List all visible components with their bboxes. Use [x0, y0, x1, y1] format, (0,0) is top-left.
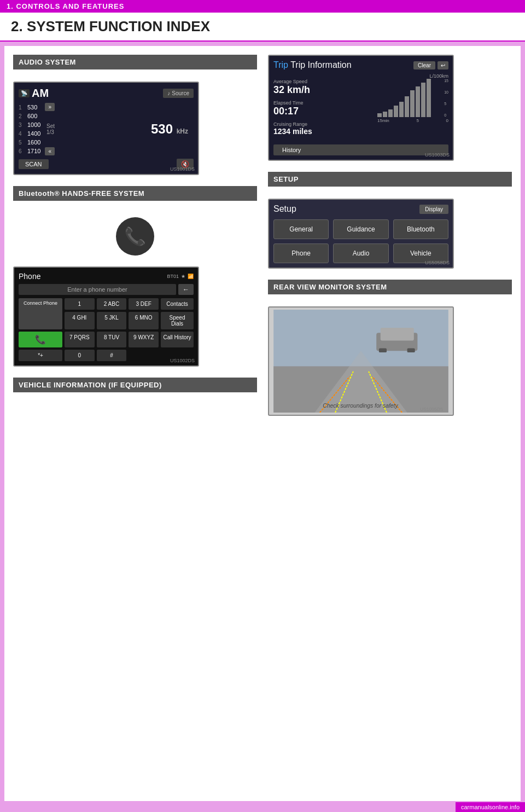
trip-elapsed-time: Elapsed Time 00:17: [273, 100, 373, 117]
cruising-range-label: Cruising Range: [273, 121, 373, 127]
keypad-grid: Connect Phone 1 2 ABC 3 DEF Contacts 4 G…: [19, 298, 194, 361]
chart-x-labels: 15min 5 0: [377, 118, 448, 123]
top-bar: 1. CONTROLS AND FEATURES: [0, 0, 525, 13]
bar-8: [416, 86, 420, 117]
elapsed-time-value: 00:17: [273, 106, 373, 117]
audio-button[interactable]: Audio: [333, 243, 388, 263]
phone-icon-circle: 📞: [116, 217, 154, 256]
connect-phone-button[interactable]: Connect Phone: [19, 298, 62, 329]
audio-screen-top: 📡 AM ♪ Source: [19, 87, 194, 100]
svg-rect-6: [407, 349, 415, 353]
trip-left: Average Speed 32 km/h Elapsed Time 00:17…: [273, 79, 373, 140]
key-1[interactable]: 1: [65, 298, 95, 310]
trip-chart-area: 15 10 5 0: [377, 79, 448, 140]
trip-clear-button[interactable]: Clear: [413, 61, 435, 69]
phone-screen-header: Phone BT01 ★ 📶: [19, 272, 194, 281]
chart-y-labels: 15 10 5 0: [444, 79, 448, 117]
preset-item-6[interactable]: 6 1710: [19, 147, 40, 155]
setup-display-button[interactable]: Display: [419, 205, 448, 214]
page-title: 2. SYSTEM FUNCTION INDEX: [0, 13, 525, 42]
key-star[interactable]: *+: [19, 350, 62, 361]
bluetooth-header: Bluetooth® HANDS-FREE SYSTEM: [13, 186, 257, 201]
audio-bottom-controls: SCAN 🔇: [19, 159, 194, 170]
rear-view-section: REAR VIEW MONITOR SYSTEM: [268, 280, 512, 416]
preset-item-5[interactable]: 5 1600: [19, 138, 40, 147]
preset-item-2[interactable]: 2 600: [19, 112, 40, 120]
svg-rect-5: [379, 349, 387, 353]
preset-item-4[interactable]: 4 1400: [19, 129, 40, 138]
audio-main-row: 1 530 2 600 3 1000: [19, 103, 194, 155]
audio-screen-id: US1001DS: [170, 166, 195, 172]
phone-button[interactable]: Phone: [273, 243, 329, 263]
phone-title: Phone: [19, 272, 40, 281]
preset-item-3[interactable]: 3 1000: [19, 120, 40, 129]
frequency-unit: kHz: [177, 127, 188, 135]
key-5[interactable]: 5 JKL: [97, 312, 127, 329]
setup-title: Setup: [273, 204, 296, 214]
set-page: 1/3: [46, 129, 55, 135]
trip-buttons: Clear ↩: [413, 61, 448, 69]
bar-4: [394, 106, 398, 117]
vehicle-info-section: VEHICLE INFORMATION (IF EQUIPPED): [13, 378, 257, 431]
phone-backspace-button[interactable]: ←: [178, 284, 194, 295]
preset-item-1[interactable]: 1 530: [19, 103, 40, 112]
bar-5: [399, 102, 404, 117]
avg-speed-value: 32 km/h: [273, 84, 373, 96]
guidance-button[interactable]: Guidance: [333, 219, 388, 239]
trip-avg-speed: Average Speed 32 km/h: [273, 79, 373, 96]
phone-status: BT01 ★ 📶: [167, 274, 194, 279]
setup-screen-header: Setup Display: [273, 204, 448, 214]
contacts-button[interactable]: Contacts: [161, 298, 194, 310]
setup-section: SETUP Setup Display General Guidance Blu…: [268, 172, 512, 269]
svg-text:Check surroundings for safety.: Check surroundings for safety.: [323, 403, 399, 409]
setup-grid: General Guidance Bluetooth Phone Audio V…: [273, 219, 448, 263]
audio-screen: 📡 AM ♪ Source 1 530: [13, 82, 199, 175]
footer-url: carmanualsonline.info: [461, 804, 520, 810]
am-text: AM: [32, 87, 49, 100]
phone-screen-id: US1002DS: [170, 358, 195, 363]
key-8[interactable]: 8 TUV: [97, 332, 127, 347]
bar-9: [421, 83, 425, 117]
music-icon: ♪: [167, 90, 170, 96]
preset-controls: » Set 1/3 «: [45, 103, 55, 155]
key-6[interactable]: 6 MNO: [129, 312, 159, 329]
key-9[interactable]: 9 WXYZ: [129, 332, 159, 347]
source-button[interactable]: ♪ Source: [163, 89, 194, 98]
trip-unit: L/100km: [273, 73, 448, 79]
scan-button[interactable]: SCAN: [19, 159, 49, 169]
phone-icon-area: 📞: [13, 206, 257, 266]
forward-button[interactable]: »: [45, 103, 55, 111]
phone-input-display[interactable]: Enter a phone number: [19, 284, 176, 295]
general-button[interactable]: General: [273, 219, 329, 239]
bar-10: [427, 79, 431, 117]
bluetooth-button[interactable]: Bluetooth: [393, 219, 448, 239]
key-7[interactable]: 7 PQRS: [65, 332, 95, 347]
bar-6: [405, 96, 409, 118]
audio-system-header: AUDIO SYSTEM: [13, 55, 257, 69]
speed-dials-button[interactable]: Speed Dials: [161, 312, 194, 329]
set-label: Set: [46, 123, 55, 129]
call-history-button[interactable]: Call History: [161, 332, 194, 347]
trip-cruising-range: Cruising Range 1234 miles: [273, 121, 373, 136]
phone-input-row: Enter a phone number ←: [19, 284, 194, 295]
trip-data: Average Speed 32 km/h Elapsed Time 00:17…: [273, 79, 448, 140]
trip-back-button[interactable]: ↩: [438, 61, 448, 69]
am-label-group: 📡 AM: [19, 87, 49, 100]
key-2[interactable]: 2 ABC: [97, 298, 127, 310]
bluetooth-section: Bluetooth® HANDS-FREE SYSTEM 📞 Phone BT0…: [13, 186, 257, 367]
key-3[interactable]: 3 DEF: [129, 298, 159, 310]
key-4[interactable]: 4 GHI: [65, 312, 95, 329]
bar-2: [383, 112, 387, 118]
key-0[interactable]: 0: [65, 350, 95, 361]
footer-bar: carmanualsonline.info: [456, 802, 525, 812]
antenna-icon: 📡: [19, 89, 30, 97]
back-button[interactable]: «: [45, 147, 55, 155]
svg-rect-4: [381, 328, 414, 341]
setup-header: SETUP: [268, 172, 512, 187]
bar-3: [388, 109, 393, 117]
history-button[interactable]: History: [273, 144, 448, 155]
phone-screen: Phone BT01 ★ 📶 Enter a phone number ← Co…: [13, 266, 199, 367]
key-hash[interactable]: #: [97, 350, 127, 361]
call-button[interactable]: 📞: [19, 332, 62, 347]
frequency-display: 530 kHz: [59, 103, 194, 155]
